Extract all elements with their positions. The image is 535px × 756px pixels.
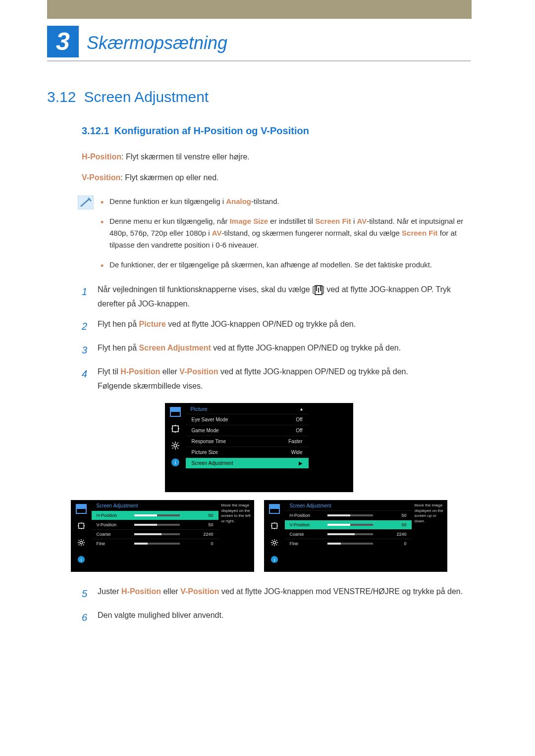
osd-row-label: Fine <box>290 541 323 546</box>
hpos-definition: H-Position: Flyt skærmen til venstre ell… <box>82 151 471 163</box>
osd-row-value: 2240 <box>184 532 214 537</box>
slider-track <box>327 533 373 535</box>
osd-row-label: Game Mode <box>192 428 219 433</box>
svg-rect-9 <box>271 523 277 529</box>
slider-track <box>134 524 180 526</box>
osd-row-value: Wide <box>291 450 303 455</box>
step: 5Juster H-Position eller V-Position ved … <box>82 585 471 603</box>
osd-row: Screen Adjustment▶ <box>186 457 309 468</box>
osd-sidebar: i <box>71 500 92 572</box>
step-list: 1Når vejledningen til funktionsknapperne… <box>82 283 471 393</box>
osd-row-value: 0 <box>184 541 214 546</box>
osd-description: Move the image displayed on the screen t… <box>218 500 254 572</box>
slider-track <box>134 543 180 545</box>
resize-icon <box>269 521 280 531</box>
osd-row-label: V-Position <box>290 522 323 527</box>
step: 6Den valgte mulighed bliver anvendt. <box>82 608 471 626</box>
note-item: Denne funktion er kun tilgængelig i Anal… <box>98 196 471 207</box>
osd-row: Coarse2240 <box>285 529 412 539</box>
chapter-header: 3 Skærmopsætning <box>0 19 535 57</box>
slider-fill <box>327 533 355 535</box>
slider-fill <box>134 514 157 516</box>
slider-fill <box>327 514 350 516</box>
svg-text:i: i <box>80 557 81 562</box>
osd-menu-title: Screen Adjustment <box>285 500 412 510</box>
note-icon <box>78 196 98 279</box>
info-icon: i <box>269 554 280 564</box>
osd-screen-adjustment-h: i Screen Adjustment H-Position50V-Positi… <box>71 500 254 572</box>
osd-menu-title: Screen Adjustment <box>92 500 218 510</box>
monitor-icon <box>269 504 280 514</box>
vpos-definition: V-Position: Flyt skærmen op eller ned. <box>82 171 471 184</box>
note-block: Denne funktion er kun tilgængelig i Anal… <box>78 196 471 279</box>
note-item: Denne menu er kun tilgængelig, når Image… <box>98 215 471 251</box>
slider-fill <box>134 543 148 545</box>
step: 4Flyt til H-Position eller V-Position ve… <box>82 365 471 394</box>
osd-row-label: Screen Adjustment <box>192 460 233 466</box>
step: 1Når vejledningen til funktionsknapperne… <box>82 283 471 311</box>
subsection-title: Konfiguration af H-Position og V-Positio… <box>114 125 309 136</box>
section-title: Screen Adjustment <box>84 89 209 105</box>
info-icon: i <box>170 457 181 467</box>
osd-row: V-Position50 <box>92 520 218 529</box>
svg-point-10 <box>273 542 275 544</box>
osd-row-value: Off <box>296 417 302 422</box>
osd-row-value: 50 <box>377 513 407 518</box>
osd-row-label: V-Position <box>97 522 130 527</box>
slider-track <box>327 514 373 516</box>
osd-row-label: Eye Saver Mode <box>192 417 228 422</box>
resize-icon <box>76 521 87 531</box>
section-number: 3.12 <box>47 89 76 105</box>
osd-row: H-Position50 <box>285 510 412 520</box>
osd-row-label: H-Position <box>97 513 130 518</box>
menu-icon <box>315 285 322 295</box>
chevron-right-icon: ▶ <box>299 460 303 466</box>
svg-rect-1 <box>172 426 178 432</box>
svg-text:i: i <box>174 459 175 465</box>
osd-row-value: 50 <box>377 522 407 527</box>
svg-point-6 <box>80 542 82 544</box>
osd-row-value: 0 <box>377 541 407 546</box>
osd-row-label: Picture Size <box>192 450 218 455</box>
subsection-heading: 3.12.1Konfiguration af H-Position og V-P… <box>82 125 471 137</box>
osd-row-value: 50 <box>184 522 214 527</box>
svg-point-2 <box>174 444 177 447</box>
osd-row-value: 2240 <box>377 532 407 537</box>
osd-screen-adjustment-v: i Screen Adjustment H-Position50V-Positi… <box>264 500 447 572</box>
slider-fill <box>327 543 341 545</box>
osd-menu-title: Picture▲ <box>186 403 309 414</box>
monitor-icon <box>170 407 181 417</box>
osd-row: Picture SizeWide <box>186 447 309 457</box>
slider-fill <box>134 524 157 526</box>
osd-row-label: Fine <box>97 541 130 546</box>
gear-icon <box>76 538 87 548</box>
step: 2Flyt hen på Picture ved at flytte JOG-k… <box>82 317 471 335</box>
resize-icon <box>170 424 181 434</box>
section-heading: 3.12Screen Adjustment <box>47 89 471 105</box>
slider-track <box>327 524 373 526</box>
osd-row: Coarse2240 <box>92 529 218 539</box>
chapter-number-box: 3 <box>47 26 79 57</box>
osd-row: Eye Saver ModeOff <box>186 414 309 425</box>
gear-icon <box>170 441 181 451</box>
osd-row-value: Faster <box>288 439 302 444</box>
step: 3Flyt hen på Screen Adjustment ved at fl… <box>82 341 471 359</box>
slider-track <box>134 514 180 516</box>
osd-row-value: Off <box>296 428 302 433</box>
osd-row-label: Coarse <box>290 532 323 537</box>
chapter-title: Skærmopsætning <box>87 33 227 53</box>
osd-row-label: Coarse <box>97 532 130 537</box>
osd-row: Fine0 <box>285 539 412 548</box>
note-item: De funktioner, der er tilgængelige på sk… <box>98 259 471 271</box>
step-list-cont: 5Juster H-Position eller V-Position ved … <box>82 585 471 626</box>
osd-sidebar: i <box>264 500 285 572</box>
osd-row: Response TimeFaster <box>186 436 309 447</box>
osd-row: H-Position50 <box>92 510 218 520</box>
osd-row: V-Position50 <box>285 520 412 529</box>
slider-fill <box>327 524 350 526</box>
osd-description: Move the image displayed on the screen u… <box>412 500 447 572</box>
osd-row: Game ModeOff <box>186 425 309 436</box>
top-stripe <box>0 0 535 19</box>
monitor-icon <box>76 504 87 514</box>
gear-icon <box>269 538 280 548</box>
